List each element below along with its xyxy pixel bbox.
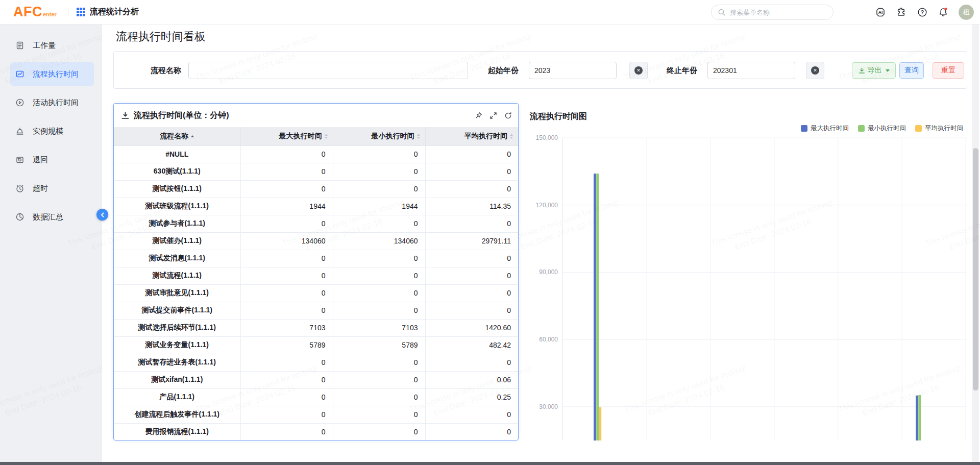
table-row: 费用报销流程(1.1.1)000 xyxy=(114,423,518,440)
table-row: 测试提交前事件(1.1.1)000 xyxy=(114,302,518,319)
min-time-cell: 0 xyxy=(333,406,425,423)
ai-icon[interactable]: AI xyxy=(875,7,886,18)
start-year-input[interactable] xyxy=(529,62,617,79)
filter-panel: 流程名称 起始年份 ✕ 终止年份 ✕ 导出 查询 重置 xyxy=(113,51,967,89)
column-header-3[interactable]: 平均执行时间 xyxy=(425,127,518,145)
refresh-icon[interactable] xyxy=(504,112,512,119)
process-name-input[interactable] xyxy=(188,62,468,79)
header-divider xyxy=(68,8,68,17)
chevron-left-icon xyxy=(100,212,105,217)
page-scrollbar-thumb[interactable] xyxy=(973,148,978,390)
svg-text:?: ? xyxy=(921,10,924,15)
column-header-2[interactable]: 最小执行时间 xyxy=(333,127,425,145)
reset-label: 重置 xyxy=(941,66,955,75)
svg-text:90,000: 90,000 xyxy=(539,268,558,276)
max-time-cell: 0 xyxy=(240,423,333,440)
process-name-cell: 测试参与者(1.1.1) xyxy=(114,215,240,232)
avg-time-cell: 114.35 xyxy=(425,198,518,215)
min-time-cell: 0 xyxy=(333,284,425,302)
min-time-cell: 0 xyxy=(333,215,425,232)
max-time-cell: 0 xyxy=(240,354,333,371)
play-circle-icon xyxy=(15,98,24,107)
alarm-icon xyxy=(15,127,24,136)
sidebar-item-label: 工作量 xyxy=(33,41,56,51)
table-row: 测试按钮(1.1.1)000 xyxy=(114,180,518,198)
query-label: 查询 xyxy=(904,66,919,75)
avg-time-cell: 0 xyxy=(425,302,518,319)
min-time-cell: 0 xyxy=(333,371,425,388)
column-header-label: 最大执行时间 xyxy=(279,132,322,140)
sidebar-collapse-button[interactable] xyxy=(96,209,108,221)
download-icon[interactable] xyxy=(121,111,130,120)
max-time-cell: 0 xyxy=(240,371,333,388)
query-button[interactable]: 查询 xyxy=(899,62,924,79)
page-title: 流程执行时间看板 xyxy=(116,29,206,44)
min-time-cell: 0 xyxy=(333,388,425,406)
process-name-cell: 测试暂存进业务表(1.1.1) xyxy=(114,354,240,371)
pie-chart-icon xyxy=(15,212,24,222)
max-time-cell: 0 xyxy=(240,406,333,423)
sidebar-item-label: 超时 xyxy=(33,184,48,193)
max-time-cell: 0 xyxy=(240,180,333,198)
column-header-1[interactable]: 最大执行时间 xyxy=(240,127,333,145)
max-time-cell: 0 xyxy=(240,215,333,232)
export-button[interactable]: 导出 xyxy=(852,62,896,79)
plugin-icon[interactable] xyxy=(896,7,907,18)
sidebar-item-4[interactable]: 退回 xyxy=(10,148,94,172)
column-header-0[interactable]: 流程名称 xyxy=(114,127,240,145)
sort-icon xyxy=(510,134,513,139)
avg-time-cell: 29791.11 xyxy=(425,232,518,250)
table-panel-title: 流程执行时间(单位：分钟) xyxy=(134,110,229,121)
sidebar-item-3[interactable]: 实例规模 xyxy=(10,119,94,143)
max-time-cell: 0 xyxy=(240,145,333,163)
max-time-cell: 0 xyxy=(240,250,333,267)
max-time-cell: 7103 xyxy=(240,319,333,336)
sidebar-item-5[interactable]: 超时 xyxy=(10,177,94,200)
chart-title: 流程执行时间图 xyxy=(530,111,587,122)
expand-icon[interactable] xyxy=(489,112,497,119)
menu-search[interactable] xyxy=(711,5,834,20)
max-time-cell: 134060 xyxy=(240,232,333,250)
app-title: 流程统计分析 xyxy=(90,7,139,17)
sidebar-item-2[interactable]: 活动执行时间 xyxy=(10,91,94,114)
process-name-cell: 测试审批意见(1.1.1) xyxy=(114,284,240,302)
sidebar: 工作量流程执行时间活动执行时间实例规模退回超时数据汇总 xyxy=(0,25,102,462)
sidebar-item-label: 实例规模 xyxy=(33,127,63,136)
avg-time-cell: 0 xyxy=(425,284,518,302)
pin-icon[interactable] xyxy=(475,112,482,119)
svg-text:30,000: 30,000 xyxy=(539,403,558,410)
legend-swatch xyxy=(801,125,807,132)
clear-icon: ✕ xyxy=(811,66,819,75)
reset-button[interactable]: 重置 xyxy=(933,62,964,79)
max-time-cell: 1944 xyxy=(240,198,333,215)
help-icon[interactable]: ? xyxy=(917,7,928,18)
avatar[interactable]: 租 xyxy=(959,5,974,20)
min-time-cell: 0 xyxy=(333,145,425,163)
avg-time-cell: 0 xyxy=(425,180,518,198)
app-grid-icon[interactable] xyxy=(77,8,85,16)
table-row: 测试业务变量(1.1.1)57895789482.42 xyxy=(114,336,518,354)
svg-text:AI: AI xyxy=(878,10,883,15)
process-name-cell: 测试催办(1.1.1) xyxy=(114,232,240,250)
alarm-clock-icon xyxy=(15,184,24,193)
document-icon xyxy=(15,41,24,50)
search-input[interactable] xyxy=(730,9,822,16)
notification-icon[interactable] xyxy=(938,7,949,18)
min-time-cell: 134060 xyxy=(333,232,425,250)
sidebar-item-0[interactable]: 工作量 xyxy=(10,34,94,57)
avg-time-cell: 0 xyxy=(425,163,518,180)
min-time-cell: 0 xyxy=(333,423,425,440)
sidebar-item-1[interactable]: 流程执行时间 xyxy=(10,62,94,86)
table-row: 测试暂存进业务表(1.1.1)000 xyxy=(114,354,518,371)
table-row: 测试选择后续环节(1.1.1)710371031420.60 xyxy=(114,319,518,336)
sidebar-item-6[interactable]: 数据汇总 xyxy=(10,205,94,229)
end-year-input[interactable] xyxy=(707,62,795,79)
start-year-clear-button[interactable]: ✕ xyxy=(629,62,648,79)
min-time-cell: 7103 xyxy=(333,319,425,336)
logo: AFC enter xyxy=(13,4,57,20)
end-year-clear-button[interactable]: ✕ xyxy=(806,62,824,79)
min-time-cell: 0 xyxy=(333,354,425,371)
avg-time-cell: 482.42 xyxy=(425,336,518,354)
process-name-cell: 测试按钮(1.1.1) xyxy=(114,180,240,198)
avg-time-cell: 0 xyxy=(425,215,518,232)
